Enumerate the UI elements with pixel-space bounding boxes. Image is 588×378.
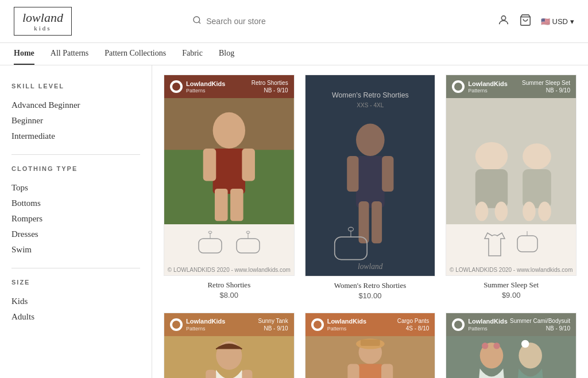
- svg-point-6: [213, 112, 245, 149]
- search-icon: [192, 15, 202, 27]
- product-image-3: [446, 98, 576, 224]
- svg-rect-7: [213, 149, 245, 194]
- pattern-sketch-1: [164, 224, 294, 264]
- product-price-3: $9.00: [448, 291, 574, 299]
- svg-rect-49: [361, 340, 380, 346]
- svg-rect-51: [347, 364, 359, 378]
- filter-beginner[interactable]: Beginner: [11, 113, 140, 128]
- product-banner-6: LowlandKids Patterns Summer Cami/Bodysui…: [446, 313, 576, 336]
- logo-sub: kids: [22, 25, 63, 32]
- account-icon[interactable]: [497, 14, 510, 29]
- product-banner-4: LowlandKids Patterns Sunny Tank NB - 9/1…: [164, 313, 294, 336]
- filter-intermediate[interactable]: Intermediate: [11, 128, 140, 144]
- sidebar: SKILL LEVEL Advanced Beginner Beginner I…: [0, 65, 152, 378]
- brand-name-5: LowlandKids: [327, 318, 366, 325]
- product-title-3: Summer Sleep Set: [448, 280, 574, 290]
- products-grid: LowlandKids Patterns Retro Shorties NB -…: [164, 75, 577, 378]
- svg-text:XXS - 4XL: XXS - 4XL: [357, 103, 384, 109]
- svg-point-38: [523, 202, 536, 221]
- filter-adults[interactable]: Adults: [11, 309, 140, 325]
- product-card-summer-cami[interactable]: LowlandKids Patterns Summer Cami/Bodysui…: [446, 313, 577, 378]
- brand-sub-3: Patterns: [468, 88, 507, 93]
- brand-sub-4: Patterns: [186, 326, 225, 332]
- filter-advanced-beginner[interactable]: Advanced Beginner: [11, 98, 140, 113]
- svg-text:lowland: lowland: [358, 263, 383, 271]
- nav-blog[interactable]: Blog: [219, 49, 234, 65]
- product-image-4: [164, 336, 294, 378]
- product-banner-1: LowlandKids Patterns Retro Shorties NB -…: [164, 75, 294, 98]
- svg-point-59: [494, 342, 500, 349]
- copyright-1: © LOWLANDKIDS 2020 - www.lowlandkids.com: [164, 264, 294, 275]
- currency-selector[interactable]: 🇺🇸 USD ▾: [541, 17, 574, 26]
- product-price-1: $8.00: [166, 291, 292, 299]
- product-image-5: [305, 336, 435, 378]
- product-image-6: [446, 336, 576, 378]
- svg-rect-40: [517, 236, 537, 252]
- divider-1: [11, 154, 140, 155]
- brand-name-6: LowlandKids: [468, 318, 507, 325]
- brand-name-4: LowlandKids: [186, 318, 225, 325]
- svg-rect-12: [199, 239, 222, 253]
- nav-home[interactable]: Home: [14, 49, 34, 65]
- svg-rect-55: [446, 336, 576, 378]
- product-title-1: Retro Shorties: [166, 280, 292, 290]
- svg-text:Women's Retro Shorties: Women's Retro Shorties: [332, 92, 409, 100]
- brand-sub-5: Patterns: [327, 326, 366, 332]
- filter-bottoms[interactable]: Bottoms: [11, 196, 140, 211]
- product-card-cargo-pants[interactable]: LowlandKids Patterns Cargo Pants 4S - 8/…: [305, 313, 436, 378]
- header: lowland kids 🇺🇸 USD ▾: [0, 0, 588, 43]
- svg-point-0: [194, 17, 200, 23]
- product-banner-3: LowlandKids Patterns Summer Sleep Set NB…: [446, 75, 576, 98]
- logo[interactable]: lowland kids: [14, 7, 72, 36]
- pattern-label-3: Summer Sleep Set NB - 9/10: [522, 79, 570, 94]
- product-card-womens-retro-shorties[interactable]: Women's Retro Shorties XXS - 4XL: [305, 75, 436, 302]
- product-price-2: $10.00: [307, 291, 434, 300]
- product-image-2: Women's Retro Shorties XXS - 4XL: [305, 75, 435, 276]
- filter-swim[interactable]: Swim: [11, 242, 140, 258]
- svg-rect-15: [237, 239, 260, 253]
- product-card-sunny-tank[interactable]: LowlandKids Patterns Sunny Tank NB - 9/1…: [164, 313, 295, 378]
- svg-rect-8: [203, 149, 216, 181]
- filter-tops[interactable]: Tops: [11, 180, 140, 196]
- size-title: SIZE: [11, 279, 140, 286]
- svg-rect-45: [242, 370, 252, 378]
- svg-rect-10: [215, 189, 228, 221]
- filter-dresses[interactable]: Dresses: [11, 227, 140, 242]
- svg-rect-22: [356, 156, 385, 208]
- svg-rect-24: [382, 156, 393, 192]
- product-banner-5: LowlandKids Patterns Cargo Pants 4S - 8/…: [305, 313, 435, 336]
- svg-rect-26: [372, 201, 382, 243]
- filter-rompers[interactable]: Rompers: [11, 211, 140, 227]
- svg-rect-50: [357, 364, 383, 378]
- cart-icon[interactable]: [519, 14, 532, 29]
- filter-kids[interactable]: Kids: [11, 294, 140, 309]
- svg-rect-44: [206, 370, 216, 378]
- brand-sub-1: Patterns: [186, 88, 225, 93]
- svg-point-2: [501, 15, 505, 20]
- svg-point-39: [539, 202, 552, 221]
- header-icons: 🇺🇸 USD ▾: [497, 14, 574, 29]
- divider-2: [11, 268, 140, 268]
- svg-rect-9: [242, 149, 255, 181]
- search-input[interactable]: [206, 17, 376, 26]
- products-area: LowlandKids Patterns Retro Shorties NB -…: [152, 65, 588, 378]
- flag-icon: 🇺🇸: [541, 17, 550, 26]
- product-card-retro-shorties[interactable]: LowlandKids Patterns Retro Shorties NB -…: [164, 75, 295, 302]
- product-image-1: [164, 98, 294, 224]
- product-card-summer-sleep-set[interactable]: LowlandKids Patterns Summer Sleep Set NB…: [446, 75, 577, 302]
- svg-point-21: [356, 124, 385, 156]
- svg-point-58: [482, 342, 488, 349]
- product-info-1: Retro Shorties $8.00: [164, 276, 295, 302]
- svg-point-37: [495, 202, 508, 221]
- nav-fabric[interactable]: Fabric: [182, 49, 203, 65]
- pattern-label-1: Retro Shorties NB - 9/10: [252, 79, 288, 94]
- logo-text: lowland: [22, 10, 63, 25]
- svg-point-57: [519, 342, 543, 368]
- pattern-label-5: Cargo Pants 4S - 8/10: [397, 317, 430, 332]
- nav-pattern-collections[interactable]: Pattern Collections: [105, 49, 166, 65]
- svg-point-32: [475, 142, 508, 171]
- nav-all-patterns[interactable]: All Patterns: [51, 49, 89, 65]
- svg-point-33: [523, 143, 551, 169]
- svg-rect-11: [230, 189, 243, 221]
- copyright-3: © LOWLANDKIDS 2020 - www.lowlandkids.com: [446, 264, 576, 275]
